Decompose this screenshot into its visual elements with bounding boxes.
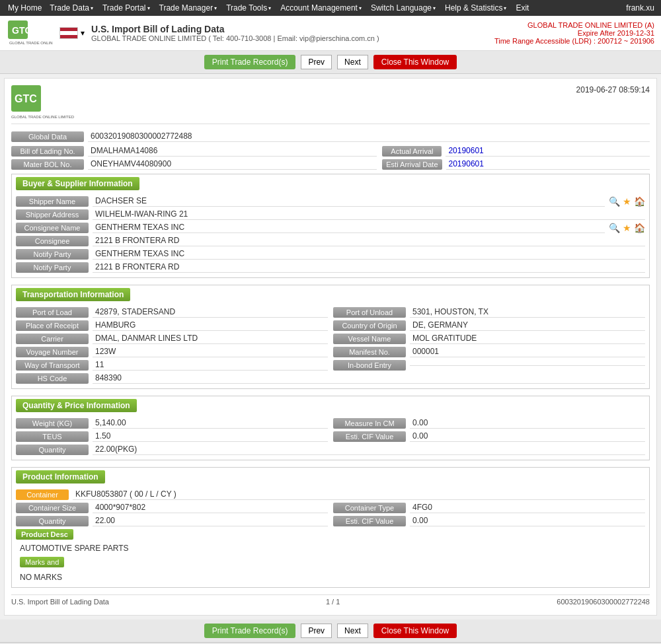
teus-label: TEUS bbox=[16, 431, 89, 442]
country-of-origin-value: DE, GERMANY bbox=[410, 320, 645, 331]
bol-row: Bill of Lading No. DMALHAMA14086 Actual … bbox=[11, 145, 650, 157]
flag-area: ▾ bbox=[59, 27, 85, 39]
container-size-row: Container Size 4000*907*802 Container Ty… bbox=[16, 502, 645, 513]
flag-dropdown[interactable]: ▾ bbox=[81, 28, 85, 38]
next-top-button[interactable]: Next bbox=[337, 55, 368, 69]
print-top-button[interactable]: Print Trade Record(s) bbox=[204, 55, 296, 69]
notify-party-label-2: Notify Party bbox=[16, 262, 89, 273]
way-of-transport-label: Way of Transport bbox=[16, 360, 89, 371]
product-quantity-value: 22.00 bbox=[93, 515, 328, 526]
buyer-supplier-section: Buyer & Supplier Information Shipper Nam… bbox=[11, 174, 650, 278]
close-top-button[interactable]: Close This Window bbox=[373, 55, 457, 69]
svg-text:GTC: GTC bbox=[15, 93, 37, 104]
marks-button[interactable]: Marks and bbox=[20, 557, 64, 567]
top-navigation: My Home Trade Data ▾ Trade Portal ▾ Trad… bbox=[0, 0, 661, 16]
shipper-name-value: DACHSER SE bbox=[93, 196, 605, 207]
way-of-transport-value: 11 bbox=[93, 359, 328, 371]
carrier-row: Carrier DMAL, DANMAR LINES LTD Vessel Na… bbox=[16, 333, 645, 344]
quantity-row: Quantity 22.00(PKG) bbox=[16, 444, 645, 455]
global-data-label: Global Data bbox=[11, 131, 84, 142]
gtc-logo: GTC GLOBAL TRADE ONLINE bbox=[7, 20, 53, 46]
nav-account-management[interactable]: Account Management ▾ bbox=[278, 3, 366, 13]
shipper-home-icon[interactable]: 🏠 bbox=[634, 196, 645, 207]
consignee-home-icon[interactable]: 🏠 bbox=[634, 223, 645, 233]
esti-cif-label-1: Esti. CIF Value bbox=[333, 431, 406, 442]
shipper-address-row: Shipper Address WILHELM-IWAN-RING 21 bbox=[16, 209, 645, 220]
quantity-value: 22.00(PKG) bbox=[93, 444, 645, 455]
svg-text:GTC: GTC bbox=[12, 25, 32, 36]
consignee-row: Consignee 2121 B FRONTERA RD bbox=[16, 235, 645, 246]
teus-value: 1.50 bbox=[93, 431, 328, 442]
nav-trade-tools[interactable]: Trade Tools ▾ bbox=[223, 3, 275, 13]
teus-row: TEUS 1.50 Esti. CIF Value 0.00 bbox=[16, 431, 645, 442]
company-info: U.S. Import Bill of Lading Data GLOBAL T… bbox=[91, 24, 494, 42]
top-action-bar: Print Trade Record(s) Prev Next Close Th… bbox=[0, 51, 661, 74]
esti-cif-label-2: Esti. CIF Value bbox=[333, 516, 406, 526]
notify-party-row-2: Notify Party 2121 B FRONTERA RD bbox=[16, 262, 645, 273]
nav-trade-portal[interactable]: Trade Portal ▾ bbox=[100, 3, 154, 13]
port-of-load-label: Port of Load bbox=[16, 307, 89, 318]
place-of-receipt-value: HAMBURG bbox=[93, 320, 328, 331]
voyage-row: Voyage Number 123W Manifest No. 000001 bbox=[16, 346, 645, 357]
vessel-name-label: Vessel Name bbox=[333, 334, 406, 344]
shipper-star-icon[interactable]: ★ bbox=[623, 196, 631, 207]
consignee-name-value: GENTHERM TEXAS INC bbox=[93, 222, 605, 233]
product-header: Product Information bbox=[16, 470, 105, 483]
nav-my-home[interactable]: My Home bbox=[5, 3, 44, 13]
bill-of-lading-value: DMALHAMA14086 bbox=[88, 145, 377, 157]
transportation-header: Transportation Information bbox=[16, 288, 130, 301]
global-data-value: 60032019080300002772488 bbox=[88, 131, 650, 142]
notify-party-value-2: 2121 B FRONTERA RD bbox=[93, 262, 645, 273]
shipper-search-icon[interactable]: 🔍 bbox=[609, 196, 620, 207]
port-load-row: Port of Load 42879, STADERSAND Port of U… bbox=[16, 306, 645, 318]
in-bond-entry-label: In-bond Entry bbox=[333, 360, 406, 371]
consignee-value: 2121 B FRONTERA RD bbox=[93, 235, 645, 246]
esti-cif-value-2: 0.00 bbox=[410, 515, 645, 526]
nav-help-statistics[interactable]: Help & Statistics ▾ bbox=[442, 3, 510, 13]
header-bar: GTC GLOBAL TRADE ONLINE ▾ U.S. Import Bi… bbox=[0, 16, 661, 51]
voyage-number-label: Voyage Number bbox=[16, 347, 89, 357]
measure-in-cm-label: Measure In CM bbox=[333, 418, 406, 429]
port-of-unload-value: 5301, HOUSTON, TX bbox=[410, 306, 645, 318]
product-quantity-label: Quantity bbox=[16, 516, 89, 526]
prev-bottom-button[interactable]: Prev bbox=[301, 624, 332, 638]
prev-top-button[interactable]: Prev bbox=[301, 55, 332, 69]
nav-exit[interactable]: Exit bbox=[513, 3, 531, 13]
container-row: Container KKFU8053807 ( 00 / L / CY ) bbox=[16, 489, 645, 500]
weight-row: Weight (KG) 5,140.00 Measure In CM 0.00 bbox=[16, 417, 645, 429]
notify-party-row-1: Notify Party GENTHERM TEXAS INC bbox=[16, 248, 645, 260]
actual-arrival-label: Actual Arrival bbox=[382, 146, 442, 157]
carrier-value: DMAL, DANMAR LINES LTD bbox=[93, 333, 328, 344]
quantity-price-header: Quantity & Price Information bbox=[16, 399, 137, 412]
nav-switch-language[interactable]: Switch Language ▾ bbox=[368, 3, 440, 13]
doc-footer: U.S. Import Bill of Lading Data 1 / 1 60… bbox=[11, 594, 650, 608]
main-content: GTC GLOBAL TRADE ONLINE LIMITED 2019-06-… bbox=[4, 78, 657, 616]
consignee-name-label: Consignee Name bbox=[16, 223, 89, 233]
esti-arrival-label: Esti Arrival Date bbox=[382, 159, 442, 170]
print-bottom-button[interactable]: Print Trade Record(s) bbox=[204, 624, 296, 638]
next-bottom-button[interactable]: Next bbox=[337, 624, 368, 638]
svg-text:GLOBAL TRADE ONLINE LIMITED: GLOBAL TRADE ONLINE LIMITED bbox=[11, 115, 75, 119]
consignee-star-icon[interactable]: ★ bbox=[623, 223, 631, 233]
nav-trade-data[interactable]: Trade Data ▾ bbox=[47, 3, 97, 13]
close-bottom-button[interactable]: Close This Window bbox=[373, 624, 457, 638]
notify-party-value-1: GENTHERM TEXAS INC bbox=[93, 248, 645, 260]
port-of-unload-label: Port of Unload bbox=[333, 307, 406, 318]
mater-bol-label: Mater BOL No. bbox=[11, 159, 84, 170]
nav-trade-manager[interactable]: Trade Manager ▾ bbox=[157, 3, 221, 13]
container-label: Container bbox=[16, 489, 69, 500]
product-desc-value: AUTOMOTIVE SPARE PARTS bbox=[16, 541, 645, 555]
product-quantity-row: Quantity 22.00 Esti. CIF Value 0.00 bbox=[16, 515, 645, 526]
mater-bol-value: ONEYHAMV44080900 bbox=[88, 159, 377, 170]
consignee-search-icon[interactable]: 🔍 bbox=[609, 223, 620, 233]
logo-area: GTC GLOBAL TRADE ONLINE ▾ bbox=[7, 20, 91, 46]
us-flag-icon bbox=[59, 27, 78, 39]
user-name: frank.xu bbox=[626, 3, 654, 13]
consignee-label: Consignee bbox=[16, 236, 89, 246]
esti-cif-value-1: 0.00 bbox=[410, 431, 645, 442]
account-info: GLOBAL TRADE ONLINE LIMITED (A) Expire A… bbox=[494, 21, 654, 45]
actual-arrival-value: 20190601 bbox=[446, 145, 650, 157]
svg-text:GLOBAL TRADE ONLINE: GLOBAL TRADE ONLINE bbox=[9, 41, 53, 45]
container-size-label: Container Size bbox=[16, 503, 89, 513]
country-of-origin-label: Country of Origin bbox=[333, 320, 406, 331]
